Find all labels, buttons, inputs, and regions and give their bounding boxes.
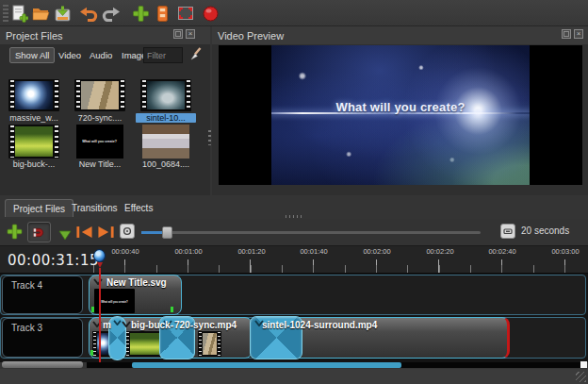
clip-menu-chevron-icon[interactable] <box>92 321 102 327</box>
filmstrip-sprockets <box>55 80 58 110</box>
file-thumbnail-720-sync[interactable] <box>74 79 125 111</box>
choose-profile-button[interactable] <box>152 3 172 24</box>
video-preview-panel: Video Preview × What will you create? <box>212 26 588 219</box>
filmstrip-sprockets <box>187 80 190 110</box>
clip-fade-mark <box>91 307 94 312</box>
file-label[interactable]: big-buck-... <box>4 159 64 169</box>
zoom-slider-track[interactable] <box>141 231 481 234</box>
track-3-label-box: Track 3 <box>2 318 83 358</box>
window-resize-grip[interactable] <box>576 372 586 382</box>
center-playhead-button[interactable] <box>120 224 135 239</box>
razor-tool-button[interactable] <box>58 227 72 244</box>
thumbnail-image <box>15 126 53 157</box>
file-thumbnail-sintel[interactable] <box>140 79 191 111</box>
filter-audio-label: Audio <box>90 50 112 60</box>
clip-label: sintel-1024-surround.mp4 <box>262 320 377 330</box>
track-4-name: Track 4 <box>11 280 42 291</box>
video-preview-float-icon[interactable] <box>562 29 571 39</box>
file-thumbnail-photo[interactable] <box>142 125 189 159</box>
zoom-fit-button[interactable] <box>500 224 515 239</box>
transition-chevron-icon[interactable] <box>113 320 122 326</box>
timeline-hscrollbar-handle[interactable] <box>132 362 401 368</box>
tab-transitions-label: Transitions <box>72 203 118 213</box>
tab-transitions[interactable]: Transitions <box>64 199 125 217</box>
clip-menu-chevron-icon[interactable] <box>122 321 131 327</box>
playhead-line <box>99 268 101 362</box>
playhead-marker[interactable] <box>93 249 106 262</box>
openshot-window: Project Files × Show All Video Audio Ima… <box>0 0 588 384</box>
file-label[interactable]: New Title... <box>70 159 130 169</box>
video-preview-canvas[interactable]: What will you create? <box>219 45 582 185</box>
clip-fade-mark <box>90 350 93 356</box>
playhead-timecode: 00:00:31:15 <box>8 252 99 269</box>
track-3-name: Track 3 <box>11 323 42 333</box>
file-thumbnail-big-buck[interactable] <box>8 125 59 159</box>
track-area-footer-bar <box>2 361 83 368</box>
undo-icon <box>79 6 98 22</box>
thumbnail-image <box>203 333 217 355</box>
tab-effects[interactable]: Effects <box>117 199 160 217</box>
new-project-button[interactable] <box>8 3 29 24</box>
import-files-button[interactable] <box>130 3 151 24</box>
fullscreen-icon <box>176 5 195 22</box>
snapping-toggle-button[interactable] <box>27 222 51 242</box>
filter-input[interactable] <box>143 47 183 63</box>
redo-button[interactable] <box>101 3 122 24</box>
choose-profile-icon <box>154 5 172 23</box>
filter-show-all-label: Show All <box>15 50 49 60</box>
ruler-label: 00:02:20 <box>421 247 459 256</box>
timeline-jump-end-icon <box>97 225 115 239</box>
file-thumbnail-massive[interactable] <box>8 79 59 111</box>
zoom-fit-icon <box>503 226 513 236</box>
thumbnail-image <box>15 81 53 109</box>
zoom-slider-handle[interactable] <box>162 226 172 239</box>
file-label-selected[interactable]: sintel-10... <box>136 113 196 123</box>
export-video-button[interactable] <box>200 3 220 24</box>
filter-audio-button[interactable]: Audio <box>85 47 117 63</box>
tab-project-files-label: Project Files <box>13 204 65 214</box>
filter-show-all-button[interactable]: Show All <box>9 47 55 63</box>
filmstrip-sprockets <box>218 332 220 356</box>
filmstrip-sprockets <box>142 80 146 110</box>
center-playhead-icon <box>122 226 132 236</box>
video-preview-close-icon[interactable]: × <box>574 29 583 39</box>
playhead-marker-tip <box>97 262 103 268</box>
thumbnail-image <box>147 81 185 109</box>
timeline-jump-start-icon <box>75 225 93 239</box>
fullscreen-button[interactable] <box>175 3 196 24</box>
title-thumb-text: What will you create? <box>83 140 118 143</box>
new-project-icon <box>10 5 28 23</box>
filmstrip-sprockets <box>126 332 129 356</box>
ruler-label: 00:02:00 <box>358 247 396 256</box>
timeline-jump-start-button[interactable] <box>75 225 93 242</box>
panel-splitter-handle[interactable] <box>208 130 211 145</box>
clip-menu-chevron-icon[interactable] <box>93 278 103 285</box>
open-project-button[interactable] <box>30 3 51 24</box>
save-project-button[interactable] <box>52 3 73 24</box>
project-files-float-icon[interactable] <box>173 29 183 39</box>
filter-video-button[interactable]: Video <box>54 47 86 63</box>
filmstrip-sprockets <box>76 80 80 110</box>
file-thumbnail-new-title[interactable]: What will you create? <box>76 125 123 159</box>
timeline-ruler[interactable]: 00:00:31:15 00:00:40 00:01:00 00:01:20 0… <box>0 245 588 274</box>
clip-label: 720-sync.mp4 <box>174 320 237 330</box>
timeline-jump-end-button[interactable] <box>97 225 115 242</box>
add-track-button[interactable] <box>7 224 23 243</box>
file-label[interactable]: massive_w... <box>4 113 64 123</box>
undo-button[interactable] <box>78 3 99 24</box>
project-files-close-icon[interactable]: × <box>186 29 195 39</box>
clear-filter-brush-icon[interactable] <box>188 46 202 63</box>
timeline-tracks-area[interactable]: Track 4 New Title.svg What will you crea… <box>0 274 588 362</box>
file-label[interactable]: 720-sync.... <box>70 113 130 123</box>
filter-video-label: Video <box>58 50 81 60</box>
project-files-title: Project Files <box>6 30 63 42</box>
open-project-icon <box>32 5 50 23</box>
ruler-label: 00:01:00 <box>170 247 207 256</box>
horizontal-splitter-handle[interactable] <box>286 215 304 218</box>
thumbnail-image <box>81 81 119 109</box>
track-4-label-box: Track 4 <box>2 275 83 314</box>
file-label[interactable]: 100_0684.... <box>136 159 196 169</box>
import-files-icon <box>132 5 150 23</box>
filmstrip-sprockets <box>10 125 14 158</box>
clip-new-title[interactable]: New Title.svg What will you create? <box>89 275 182 315</box>
